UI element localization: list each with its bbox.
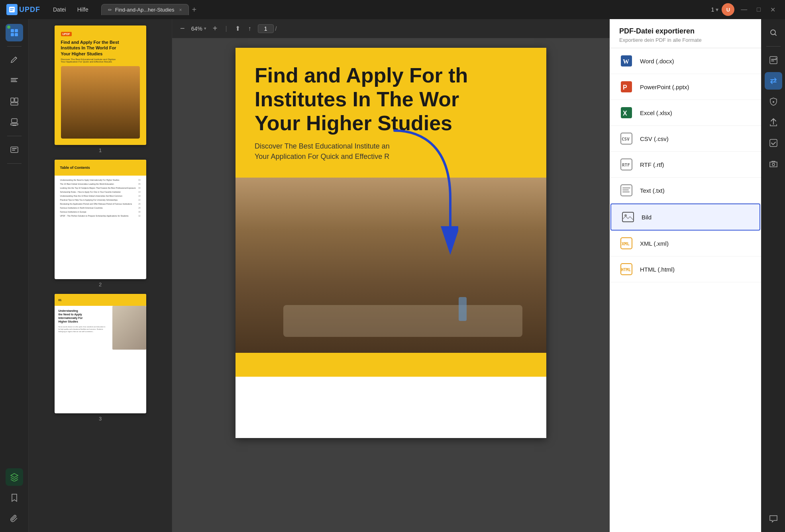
toc-line-4: Scholarship Rules - How to Apply For One… — [60, 191, 141, 193]
sidebar-layers-icon[interactable] — [6, 468, 23, 486]
right-share-icon[interactable] — [765, 113, 782, 131]
sidebar-form-icon[interactable] — [6, 141, 23, 158]
thumbnail-1[interactable]: UPDF Find and Apply For the BestInstitut… — [33, 25, 167, 153]
tab-active[interactable]: ✏ Find-and-Ap...her-Studies × — [101, 4, 189, 15]
svg-rect-31 — [622, 188, 630, 188]
right-chat-icon[interactable] — [765, 510, 782, 527]
text-icon — [619, 183, 634, 198]
xml-icon: XML — [619, 236, 634, 250]
svg-rect-10 — [11, 98, 14, 102]
svg-rect-17 — [12, 148, 17, 149]
thumb-logo-bar: UPDF — [61, 32, 140, 36]
pdf-content: Find and Apply For th Institutes In The … — [172, 38, 610, 532]
export-rtf[interactable]: RTF RTF (.rtf) — [610, 152, 761, 178]
logo-icon — [6, 4, 18, 15]
sidebar-attachment-icon[interactable] — [6, 510, 23, 527]
export-html[interactable]: HTML HTML (.html) — [610, 256, 761, 282]
svg-rect-3 — [11, 29, 14, 32]
user-avatar[interactable]: U — [722, 3, 734, 16]
sidebar-stamp-icon[interactable] — [6, 113, 23, 131]
svg-text:P: P — [623, 84, 627, 91]
maximize-button[interactable]: □ — [754, 4, 764, 15]
right-ocr-icon[interactable] — [765, 51, 782, 69]
export-xml[interactable]: XML XML (.xml) — [610, 231, 761, 256]
html-icon: HTML — [619, 262, 634, 276]
pdf-page: Find and Apply For th Institutes In The … — [235, 48, 546, 438]
toc-line-2: The 10 Best Global Universities Leading … — [60, 183, 141, 185]
csv-label: CSV (.csv) — [640, 135, 669, 142]
svg-rect-6 — [15, 33, 18, 36]
thumb-chapter-num: 01 — [59, 299, 62, 301]
xml-label: XML (.xml) — [640, 240, 669, 247]
thumb-toc-title: Table of Contents — [60, 166, 90, 170]
right-convert-icon[interactable] — [765, 72, 782, 90]
pdf-page-photo — [235, 178, 546, 353]
export-bild[interactable]: Bild — [610, 203, 760, 231]
thumbnail-2[interactable]: Table of Contents Understanding the Need… — [33, 160, 167, 288]
toc-line-7: Reviewing the Application Period and Off… — [60, 203, 141, 205]
svg-rect-4 — [15, 29, 18, 32]
right-divider-1 — [766, 46, 781, 47]
sidebar-bookmark-icon[interactable] — [6, 489, 23, 507]
sidebar-thumbnail-icon[interactable] — [6, 24, 23, 41]
svg-rect-14 — [11, 123, 18, 125]
thumb-toc-header: Table of Contents — [55, 160, 146, 176]
right-sidebar — [761, 19, 785, 532]
svg-rect-1 — [10, 8, 14, 9]
thumb-frame-1: UPDF Find and Apply For the BestInstitut… — [55, 25, 146, 145]
text-label: Text (.txt) — [640, 187, 665, 194]
svg-rect-13 — [12, 119, 17, 123]
rtf-icon: RTF — [619, 157, 634, 172]
right-camera-icon[interactable] — [765, 155, 782, 172]
page-nav-dropdown[interactable]: ▾ — [716, 6, 718, 13]
close-button[interactable]: ✕ — [767, 4, 779, 15]
export-header: PDF-Datei exportieren Exportiere dein PD… — [610, 19, 761, 48]
page-nav: 1 ▾ — [711, 6, 719, 13]
sidebar-comment-icon[interactable] — [6, 72, 23, 90]
export-powerpoint[interactable]: P PowerPoint (.pptx) — [610, 74, 761, 100]
svg-text:HTML: HTML — [621, 268, 631, 272]
left-sidebar — [0, 19, 29, 532]
powerpoint-label: PowerPoint (.pptx) — [640, 84, 689, 90]
sidebar-divider-2 — [7, 136, 22, 136]
bild-icon — [621, 210, 635, 224]
export-csv[interactable]: CSV CSV (.csv) — [610, 126, 761, 152]
svg-rect-8 — [11, 80, 16, 80]
export-list: W Word (.docx) P PowerPoint (.pptx) — [610, 48, 761, 532]
tab-close-button[interactable]: × — [179, 7, 182, 13]
pdf-toolbar: − 64% ▾ + | ⬆ ↑ / — [172, 19, 610, 38]
thumb-cover-title: Find and Apply For the BestInstitutes In… — [61, 39, 140, 57]
tab-bar: ✏ Find-and-Ap...her-Studies × + — [101, 4, 706, 15]
thumbnail-3[interactable]: 01 Understandingthe Need to ApplyInterna… — [33, 294, 167, 422]
export-excel[interactable]: X Excel (.xlsx) — [610, 100, 761, 126]
nav-prev-button[interactable]: ↑ — [247, 23, 253, 34]
export-text[interactable]: Text (.txt) — [610, 178, 761, 203]
sidebar-edit-icon[interactable] — [6, 51, 23, 69]
export-word[interactable]: W Word (.docx) — [610, 48, 761, 74]
thumb-page3-header: 01 — [55, 294, 146, 306]
page-number-input[interactable] — [258, 24, 274, 33]
thumb-logo: UPDF — [61, 32, 72, 36]
zoom-out-button[interactable]: − — [179, 22, 186, 35]
menu-hilfe[interactable]: Hilfe — [73, 5, 93, 14]
svg-rect-41 — [770, 57, 777, 64]
titlebar-right: 1 ▾ U — □ ✕ — [711, 3, 779, 16]
thumb-page3-body: Understandingthe Need to ApplyInternatio… — [55, 306, 146, 413]
zoom-in-button[interactable]: + — [211, 22, 219, 35]
tab-add-button[interactable]: + — [189, 5, 200, 14]
zoom-display: 64% ▾ — [191, 25, 206, 32]
menu-datei[interactable]: Datei — [48, 5, 71, 14]
export-panel: PDF-Datei exportieren Exportiere dein PD… — [610, 19, 761, 532]
minimize-button[interactable]: — — [738, 4, 750, 15]
nav-first-button[interactable]: ⬆ — [234, 23, 242, 34]
right-search-icon[interactable] — [765, 24, 782, 41]
csv-icon: CSV — [619, 131, 634, 146]
sidebar-pages-icon[interactable] — [6, 93, 23, 110]
zoom-dropdown[interactable]: ▾ — [204, 26, 206, 31]
right-protect-icon[interactable] — [765, 93, 782, 110]
right-check-icon[interactable] — [765, 134, 782, 152]
thumb-cover-image — [61, 66, 140, 139]
page-sep: / — [275, 25, 277, 32]
tab-icon: ✏ — [108, 7, 112, 13]
toc-line-8: Famous Institutions in North American Co… — [60, 207, 141, 209]
